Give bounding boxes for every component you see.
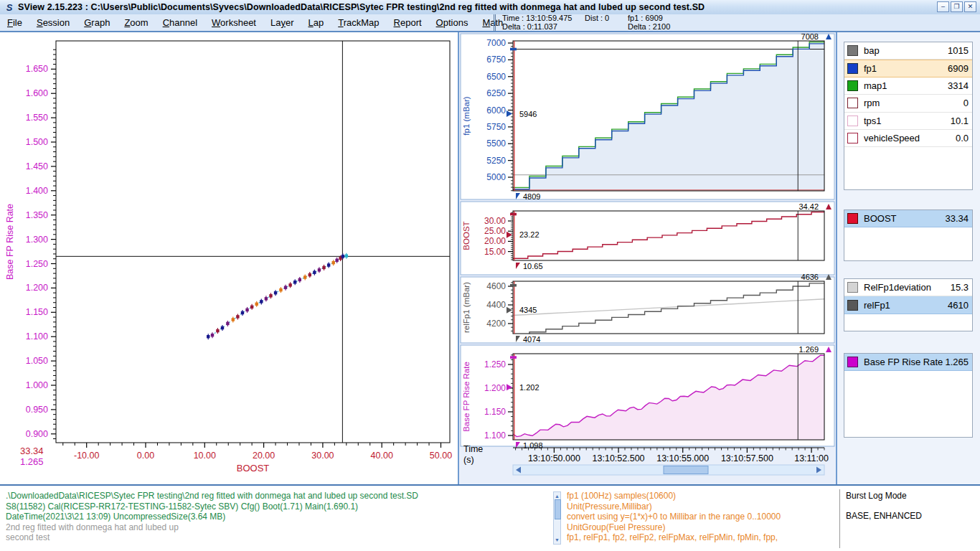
channel-swatch — [847, 357, 858, 367]
channel-swatch — [847, 116, 858, 126]
y-tick-label: 1.000 — [26, 380, 48, 390]
y-tick-label: 1.100 — [26, 331, 48, 342]
legend-box-0[interactable]: bap1015fp16909map13314rpm0tps110.1vehicl… — [844, 42, 973, 190]
menu-item-session[interactable]: Session — [29, 14, 77, 31]
scroll-up-icon[interactable]: ▲ — [554, 493, 560, 499]
xy-plot[interactable]: -10.000.0010.0020.0030.0040.0050.000.900… — [0, 32, 458, 483]
channel-name: rpm — [864, 98, 963, 108]
cursor-x-readout: 33.34 — [20, 446, 44, 456]
channel-swatch — [847, 45, 858, 56]
relfp1-panel[interactable]: 420044004600relFp1 (mBar)463643454074 — [461, 273, 834, 344]
relfp1-y-tick: 4600 — [486, 281, 506, 291]
time-charts-panel[interactable]: 500052505500575060006250650067507000fp1 … — [459, 32, 837, 484]
info-dist: Dist : 0 — [585, 14, 628, 23]
channel-meta-line: Unit(Pressure,Millibar) — [567, 501, 832, 512]
menu-item-channel[interactable]: Channel — [156, 14, 204, 31]
scrollbar-thumb — [664, 466, 708, 474]
menu-item-options[interactable]: Options — [429, 14, 476, 31]
channel-value: 10.1 — [951, 116, 972, 126]
channel-row-tps1[interactable]: tps110.1 — [844, 113, 972, 130]
relfp1-y-tick: 4200 — [486, 319, 506, 329]
channel-row-vehiclespeed[interactable]: vehicleSpeed0.0 — [844, 130, 972, 147]
boost-max-label: 34.42 — [798, 202, 819, 211]
base-axis-title: Base FP Rise Rate — [462, 362, 471, 432]
channel-swatch — [847, 98, 858, 108]
fp1-panel[interactable]: 500052505500575060006250650067507000fp1 … — [461, 32, 834, 201]
boost-panel[interactable]: 15.0020.0025.0030.00BOOST34.4223.2210.65 — [461, 202, 834, 275]
channel-row-boost[interactable]: BOOST33.34 — [844, 210, 972, 227]
x-tick-label: 0.00 — [137, 451, 154, 461]
channel-row-fp1[interactable]: fp16909 — [844, 60, 972, 77]
y-tick-label: 1.550 — [26, 113, 48, 123]
restore-button[interactable]: ❐ — [951, 1, 963, 12]
y-tick-label: 1.450 — [26, 161, 48, 171]
y-tick-label: 0.900 — [26, 429, 48, 439]
channel-row-rpm[interactable]: rpm0 — [844, 95, 972, 112]
time-scrollbar[interactable] — [513, 465, 824, 475]
y-tick-label: 1.400 — [26, 186, 48, 196]
channel-info-scrollbar[interactable]: ▲ ▼ — [553, 491, 561, 545]
channel-name: RelFp1deviation — [864, 282, 951, 293]
fp1-y-tick: 6000 — [486, 105, 506, 116]
channel-swatch — [847, 133, 858, 143]
channel-value: 6909 — [948, 63, 972, 74]
base-y-tick: 1.150 — [484, 407, 506, 417]
time-tick-label: 13:11:00 — [794, 453, 829, 463]
channel-name: map1 — [864, 80, 948, 91]
status-bar: .\DownloadedData\RICESP\Sytec FPR testin… — [0, 484, 980, 551]
menu-item-zoom[interactable]: Zoom — [117, 14, 155, 31]
base-cursor-value-label: 1.202 — [519, 383, 540, 392]
fp1-y-tick: 5000 — [486, 172, 506, 182]
legend-box-2[interactable]: RelFp1deviation15.3relFp14610 — [844, 278, 973, 331]
channel-row-map1[interactable]: map13314 — [844, 77, 972, 95]
channel-row-bap[interactable]: bap1015 — [844, 42, 972, 60]
burst-log-modes: BASE, ENHANCED — [846, 511, 980, 521]
scroll-down-icon[interactable]: ▼ — [554, 537, 560, 543]
menu-item-graph[interactable]: Graph — [77, 14, 117, 31]
x-tick-label: 10.00 — [194, 451, 216, 461]
channel-name: Base FP Rise Rate — [864, 357, 945, 367]
fp1-current-tick — [510, 48, 517, 51]
base-y-tick: 1.250 — [484, 359, 506, 369]
time-charts[interactable]: 500052505500575060006250650067507000fp1 … — [459, 32, 836, 483]
time-axis-title: Time — [463, 444, 483, 454]
y-tick-label: 1.600 — [26, 88, 48, 98]
channel-row-relfp1[interactable]: relFp14610 — [844, 296, 972, 314]
menu-item-worksheet[interactable]: Worksheet — [204, 14, 263, 31]
channel-value: 0 — [963, 98, 972, 108]
channel-swatch — [847, 213, 858, 224]
menu-item-trackmap[interactable]: TrackMap — [331, 14, 386, 31]
fp1-cursor-value-label: 5946 — [519, 110, 537, 118]
status-green-line: DateTime(2021\3\21 13:09) UncompressedSi… — [6, 512, 551, 522]
boost-min-label: 10.65 — [523, 262, 543, 270]
channel-name: vehicleSpeed — [864, 133, 956, 143]
base-panel[interactable]: 1.1001.1501.2001.250Base FP Rise Rate1.2… — [461, 345, 834, 450]
legend-box-1[interactable]: BOOST33.34 — [844, 209, 973, 261]
relfp1-y-tick: 4400 — [486, 300, 506, 310]
legend-box-3[interactable]: Base FP Rise Rate1.265 — [844, 353, 973, 438]
menu-item-file[interactable]: File — [0, 14, 29, 31]
channel-row-base-fp-rise-rate[interactable]: Base FP Rise Rate1.265 — [844, 354, 972, 371]
channel-value: 3314 — [948, 80, 972, 91]
menu-item-lap[interactable]: Lap — [301, 14, 331, 31]
menu-item-report[interactable]: Report — [387, 14, 429, 31]
channel-meta-line: fp1 (100Hz) samples(10600) — [567, 491, 832, 501]
info-delta-fp1: Delta : 2100 — [628, 23, 670, 32]
relfp1-max-label: 4636 — [801, 273, 819, 281]
fp1-y-tick: 6250 — [486, 88, 506, 98]
y-tick-label: 1.300 — [26, 235, 48, 245]
channel-legend-sidebar: bap1015fp16909map13314rpm0tps110.1vehicl… — [837, 32, 980, 484]
xy-plot-panel[interactable]: -10.000.0010.0020.0030.0040.0050.000.900… — [0, 32, 459, 484]
channel-row-relfp1deviation[interactable]: RelFp1deviation15.3 — [844, 279, 972, 296]
status-green-line: S8(11582) Cal(RICESP-RR172-TESTING-11582… — [6, 501, 551, 512]
fp1-y-tick: 5250 — [486, 156, 506, 166]
y-tick-label: 0.950 — [26, 405, 48, 415]
channel-swatch — [847, 80, 858, 91]
menu-item-layer[interactable]: Layer — [263, 14, 301, 31]
channel-meta-line: fp1, relFp1, fp2, relFp2, relFpMax, relF… — [567, 532, 832, 543]
scroll-thumb[interactable] — [555, 499, 561, 519]
fp1-y-tick: 5500 — [486, 138, 506, 149]
minimize-button[interactable]: – — [937, 1, 949, 12]
y-tick-label: 1.650 — [26, 64, 48, 74]
close-button[interactable]: ✕ — [964, 1, 976, 12]
